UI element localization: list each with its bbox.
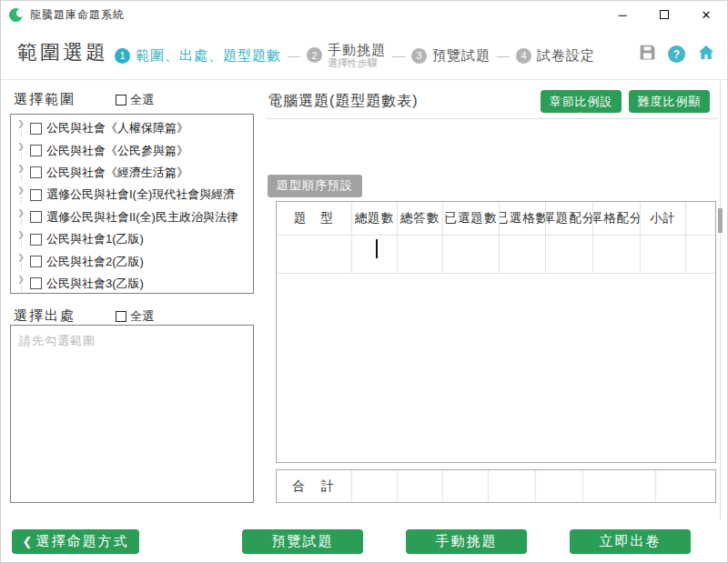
step-4-circle: 4 <box>516 48 531 64</box>
expand-chevron-icon[interactable]: ❯ <box>14 143 28 159</box>
step-2-label: 手動挑題 <box>328 42 386 57</box>
source-list: 請先勾選範圍 <box>10 325 254 503</box>
tree-item[interactable]: ❯ 公民與社會3(乙版) <box>11 273 253 295</box>
step-3-circle: 3 <box>411 48 427 64</box>
step-2-sublabel: 選擇性步驟 <box>328 57 386 69</box>
source-section-header: 選擇出處 全選 <box>14 307 254 325</box>
tree-item-checkbox[interactable] <box>30 166 42 178</box>
cell-question-type[interactable] <box>277 236 352 274</box>
tree-item-checkbox[interactable] <box>30 189 42 201</box>
source-select-all-checkbox[interactable] <box>116 311 126 322</box>
maximize-button[interactable] <box>643 1 685 28</box>
step-4-label: 試卷設定 <box>537 47 595 63</box>
tree-item-label: 選修公民與社會II(全)民主政治與法律 <box>46 209 238 226</box>
save-icon[interactable] <box>638 43 657 65</box>
total-cell <box>398 470 443 502</box>
col-header-question-type: 題 型 <box>277 202 352 236</box>
source-select-all[interactable]: 全選 <box>116 308 154 325</box>
minimize-button[interactable]: ─ <box>602 1 643 28</box>
tree-item-checkbox[interactable] <box>30 145 42 156</box>
tree-item-label: 公民與社會2(乙版) <box>46 254 144 270</box>
chapter-ratio-button[interactable]: 章節比例設定 <box>541 90 622 113</box>
expand-chevron-icon[interactable]: ❯ <box>14 209 28 226</box>
tree-item[interactable]: ❯ 公民與社會2(乙版) <box>11 250 253 272</box>
app-title: 龍騰題庫命題系統 <box>30 7 125 23</box>
step-1-range[interactable]: 1 範圍、出處、題型題數 <box>115 47 281 63</box>
cell-total-answers[interactable] <box>398 236 443 274</box>
range-section-header: 選擇範圍 全選 <box>14 91 254 108</box>
app-logo-icon <box>9 8 23 22</box>
close-button[interactable]: ✕ <box>685 1 727 28</box>
expand-chevron-icon[interactable]: ❯ <box>14 276 28 292</box>
question-type-table: 題 型 總題數 總答數 已選題數 已選格數 單題配分 單格配分 小計 <box>276 201 716 463</box>
cell-total-questions[interactable] <box>352 236 398 274</box>
preview-questions-button[interactable]: 預覽試題 <box>242 529 363 554</box>
expand-chevron-icon[interactable]: ❯ <box>14 254 28 270</box>
tree-item-checkbox[interactable] <box>30 277 42 289</box>
app-window: 龍騰題庫命題系統 ─ ✕ 範圍選題 1 範圍、出處、題型題數 — 2 手動挑題 … <box>0 0 728 563</box>
expand-chevron-icon[interactable]: ❯ <box>14 186 28 203</box>
col-header-empty <box>686 202 715 236</box>
vertical-scrollbar-track[interactable] <box>720 81 721 519</box>
tree-item[interactable]: ❯ 公民與社會《人權保障篇》 <box>11 117 253 139</box>
col-header-selected-questions: 已選題數 <box>443 202 500 236</box>
tree-item[interactable]: ❯ 公民與社會1(乙版) <box>11 228 253 250</box>
tree-item[interactable]: ❯ 選修公民與社會I(全)現代社會與經濟 <box>11 184 253 206</box>
header-action-icons: ? <box>638 43 716 65</box>
total-cell <box>656 470 715 502</box>
cell-subtotal[interactable] <box>641 236 686 274</box>
help-icon[interactable]: ? <box>668 45 685 63</box>
total-cell <box>536 470 583 502</box>
col-header-points-per-question: 單題配分 <box>546 202 593 236</box>
tree-item-label: 公民與社會《人權保障篇》 <box>46 120 188 136</box>
col-header-total-questions: 總題數 <box>352 202 398 236</box>
expand-chevron-icon[interactable]: ❯ <box>14 165 28 181</box>
choose-method-back-button[interactable]: ❮選擇命題方式 <box>12 529 139 554</box>
source-select-all-label: 全選 <box>130 308 154 325</box>
tree-item[interactable]: ❯ 公民與社會《公民參與篇》 <box>11 139 253 161</box>
tree-item[interactable]: ❯ 公民與社會《經濟生活篇》 <box>11 162 253 184</box>
expand-chevron-icon[interactable]: ❯ <box>14 120 28 136</box>
total-cell <box>443 470 489 502</box>
step-2-manual-pick[interactable]: 2 手動挑題 選擇性步驟 <box>307 42 386 69</box>
close-icon: ✕ <box>702 8 712 22</box>
cell-points-per-blank[interactable] <box>593 236 641 274</box>
tree-item-checkbox[interactable] <box>30 123 42 135</box>
tree-item-checkbox[interactable] <box>30 211 42 223</box>
col-header-points-per-blank: 單格配分 <box>593 202 641 236</box>
col-header-subtotal: 小計 <box>641 202 686 236</box>
col-header-selected-blanks: 已選格數 <box>500 202 546 236</box>
step-4-paper-settings[interactable]: 4 試卷設定 <box>516 47 595 63</box>
step-dash: — <box>497 48 510 63</box>
difficulty-ratio-button[interactable]: 難度比例顯示 <box>629 90 710 113</box>
expand-chevron-icon[interactable]: ❯ <box>14 231 28 247</box>
col-header-total-answers: 總答數 <box>398 202 443 236</box>
total-cell <box>489 470 536 502</box>
cell-points-per-question[interactable] <box>546 236 593 274</box>
manual-pick-button[interactable]: 手動挑題 <box>406 529 527 554</box>
text-caret <box>376 239 378 258</box>
tree-item-checkbox[interactable] <box>30 234 42 246</box>
cell-selected-questions[interactable] <box>443 236 500 274</box>
totals-row: 合 計 <box>276 469 716 503</box>
cell-selected-blanks[interactable] <box>500 236 546 274</box>
generate-paper-button[interactable]: 立即出卷 <box>570 529 691 554</box>
vertical-scrollbar-thumb[interactable] <box>718 208 723 233</box>
tree-item-label: 選修公民與社會I(全)現代社會與經濟 <box>46 186 235 203</box>
tree-item[interactable]: ❯ 選修公民與社會II(全)民主政治與法律 <box>11 206 253 228</box>
header: 範圍選題 1 範圍、出處、題型題數 — 2 手動挑題 選擇性步驟 — 3 預覽試… <box>1 34 727 77</box>
step-3-preview[interactable]: 3 預覽試題 <box>411 47 490 63</box>
wizard-steps: 1 範圍、出處、題型題數 — 2 手動挑題 選擇性步驟 — 3 預覽試題 — 4… <box>115 34 595 77</box>
cell-empty[interactable] <box>686 236 715 274</box>
tree-item-label: 公民與社會1(乙版) <box>46 231 144 247</box>
range-select-all[interactable]: 全選 <box>116 92 154 108</box>
question-order-badge[interactable]: 題型順序預設 <box>268 175 362 197</box>
tree-item-label: 公民與社會《經濟生活篇》 <box>46 165 188 181</box>
source-placeholder: 請先勾選範圍 <box>19 333 253 349</box>
source-section-title: 選擇出處 <box>14 307 76 325</box>
tree-item-checkbox[interactable] <box>30 256 42 267</box>
header-divider <box>1 79 727 80</box>
range-select-all-checkbox[interactable] <box>116 95 126 106</box>
step-dash: — <box>392 48 405 63</box>
home-icon[interactable] <box>696 43 716 65</box>
